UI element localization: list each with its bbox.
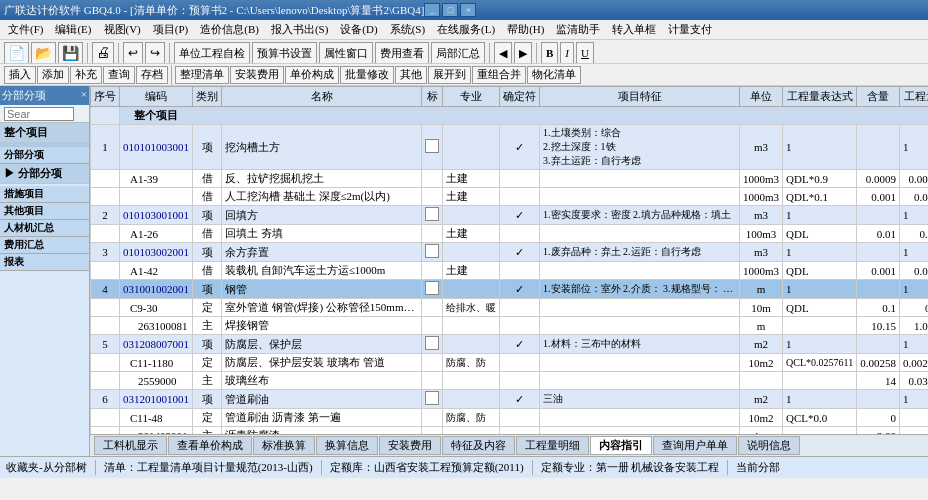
menu-monitor[interactable]: 监清助手	[550, 21, 606, 38]
bottom-tab-conversion[interactable]: 标准换算	[253, 436, 315, 455]
insert-button[interactable]: 插入	[4, 66, 36, 84]
table-row[interactable]: 263100081 主 焊接钢管 m 10.15 1.015	[91, 317, 929, 335]
sidebar-item-whole[interactable]: 整个项目	[0, 123, 89, 143]
cell-eng: 0.0009	[899, 170, 928, 188]
mark-checkbox[interactable]	[425, 244, 439, 258]
cost-view-button[interactable]: 费用查看	[375, 42, 429, 64]
budget-settings-button[interactable]: 预算书设置	[252, 42, 317, 64]
material-list-button[interactable]: 物化清单	[527, 66, 581, 84]
install-fee-button[interactable]: 安装费用	[230, 66, 284, 84]
cell-type: 项	[193, 390, 222, 409]
nav-next[interactable]: ▶	[514, 42, 532, 64]
font-italic[interactable]: I	[560, 42, 574, 64]
sidebar-close[interactable]: ×	[81, 88, 87, 103]
query-button[interactable]: 查询	[103, 66, 135, 84]
mark-checkbox[interactable]	[425, 391, 439, 405]
window-controls[interactable]: _ □ ×	[424, 3, 476, 17]
grid-body: 整个项目 1 010101003001 项 挖沟槽土方 ✓ 1.土壤类别：综合 …	[91, 107, 929, 435]
status-middle3: 定额专业：第一册 机械设备安装工程	[541, 460, 729, 475]
archive-button[interactable]: 存档	[136, 66, 168, 84]
close-button[interactable]: ×	[460, 3, 476, 17]
sidebar-item-parts[interactable]: ▶ 分部分项	[0, 164, 89, 184]
table-row[interactable]: 2559000 主 玻璃丝布 14 0.0361	[91, 372, 929, 390]
bottom-tab-installfee[interactable]: 安装费用	[379, 436, 441, 455]
table-row[interactable]: A1-42 借 装载机 自卸汽车运土方运≤1000m 土建 1000m3 QDL…	[91, 262, 929, 280]
bottom-tab-description[interactable]: 说明信息	[738, 436, 800, 455]
table-row[interactable]: 2 010103001001 项 回填方 ✓ 1.密实度要求：密度 2.填方品种…	[91, 206, 929, 225]
sidebar-section-materials: 人材机汇总	[0, 220, 89, 237]
toolbar-new[interactable]: 📄	[4, 42, 29, 64]
sep5	[536, 43, 537, 63]
menu-inout[interactable]: 报入书出(S)	[265, 21, 334, 38]
cell-qty: 0.001	[857, 188, 900, 206]
search-input[interactable]	[4, 107, 74, 121]
properties-button[interactable]: 属性窗口	[319, 42, 373, 64]
toolbar-redo[interactable]: ↪	[145, 42, 165, 64]
supplement-button[interactable]: 补充	[70, 66, 102, 84]
grid-wrapper[interactable]: 序号 编码 类别 名称 标 专业 确定符 项目特征 单位 工程量表达式 含量 工…	[90, 86, 928, 434]
cell-prof	[443, 125, 500, 170]
table-row[interactable]: 1 010101003001 项 挖沟槽土方 ✓ 1.土壤类别：综合 2.挖土深…	[91, 125, 929, 170]
partial-total-button[interactable]: 局部汇总	[431, 42, 485, 64]
toolbar-open[interactable]: 📂	[31, 42, 56, 64]
minimize-button[interactable]: _	[424, 3, 440, 17]
other-button[interactable]: 其他	[395, 66, 427, 84]
expand-button[interactable]: 展开到	[428, 66, 471, 84]
menu-project[interactable]: 项目(P)	[147, 21, 194, 38]
menu-system[interactable]: 系统(S)	[384, 21, 431, 38]
cell-formula: QCL*0.0	[783, 409, 857, 427]
table-row[interactable]: C11-1180 定 防腐层、保护层安装 玻璃布 管道 防腐、防 10m2 QC…	[91, 354, 929, 372]
toolbar-undo[interactable]: ↩	[123, 42, 143, 64]
menu-measure[interactable]: 计量支付	[662, 21, 718, 38]
table-row[interactable]: 借 人工挖沟槽 基础土 深度≤2m(以内) 土建 1000m3 QDL*0.1 …	[91, 188, 929, 206]
add-button[interactable]: 添加	[37, 66, 69, 84]
sort-list-button[interactable]: 整理清单	[175, 66, 229, 84]
table-row[interactable]: 3 010103002001 项 余方弃置 ✓ 1.废弃品种：弃土 2.运距：自…	[91, 243, 929, 262]
menu-help[interactable]: 帮助(H)	[501, 21, 550, 38]
cell-prof: 土建	[443, 188, 500, 206]
font-bold[interactable]: B	[541, 42, 558, 64]
table-row[interactable]: 4 031001002001 项 钢管 ✓ 1.安装部位：室外 2.介质： 3.…	[91, 280, 929, 299]
bottom-tab-unitprice[interactable]: 查看单价构成	[168, 436, 252, 455]
toolbar-save[interactable]: 💾	[58, 42, 83, 64]
font-underline[interactable]: U	[576, 42, 594, 64]
table-row[interactable]: C9-30 定 室外管道 钢管(焊接) 公称管径150mm以内 给排水、暖 10…	[91, 299, 929, 317]
cell-type: 主	[193, 317, 222, 335]
unit-price-button[interactable]: 单价构成	[285, 66, 339, 84]
bottom-tab-features[interactable]: 特征及内容	[442, 436, 515, 455]
mark-checkbox[interactable]	[425, 336, 439, 350]
menu-pricing[interactable]: 造价信息(B)	[194, 21, 265, 38]
table-row[interactable]: 201402001 主 沥青防腐漆 kg 2.88 0	[91, 427, 929, 435]
menu-transfer[interactable]: 转入单框	[606, 21, 662, 38]
mark-checkbox[interactable]	[425, 207, 439, 221]
menu-equipment[interactable]: 设备(D)	[334, 21, 383, 38]
menu-edit[interactable]: 编辑(E)	[49, 21, 97, 38]
table-row[interactable]: A1-26 借 回填土 夯填 土建 100m3 QDL 0.01 0.01 10…	[91, 225, 929, 243]
bottom-tab-engdetail[interactable]: 工程量明细	[516, 436, 589, 455]
table-row[interactable]: C11-48 定 管道刷油 沥青漆 第一遍 防腐、防 10m2 QCL*0.0 …	[91, 409, 929, 427]
unit-check-button[interactable]: 单位工程自检	[174, 42, 250, 64]
table-row[interactable]: 整个项目	[91, 107, 929, 125]
mark-checkbox[interactable]	[425, 139, 439, 153]
batch-modify-button[interactable]: 批量修改	[340, 66, 394, 84]
menu-file[interactable]: 文件(F)	[2, 21, 49, 38]
table-row[interactable]: 6 031201001001 项 管道刷油 ✓ 三油 m2 1 1	[91, 390, 929, 409]
cell-qty: 0.01	[857, 225, 900, 243]
cell-confirm	[500, 188, 540, 206]
bottom-tab-userlist[interactable]: 查询用户单单	[653, 436, 737, 455]
regroup-button[interactable]: 重组合并	[472, 66, 526, 84]
table-row[interactable]: A1-39 借 反、拉铲挖掘机挖土 土建 1000m3 QDL*0.9 0.00…	[91, 170, 929, 188]
mark-checkbox[interactable]	[425, 281, 439, 295]
cell-formula	[783, 372, 857, 390]
menu-view[interactable]: 视图(V)	[98, 21, 147, 38]
bottom-tab-convinfo[interactable]: 换算信息	[316, 436, 378, 455]
cell-prof	[443, 390, 500, 409]
maximize-button[interactable]: □	[442, 3, 458, 17]
bottom-tab-materials[interactable]: 工料机显示	[94, 436, 167, 455]
table-row[interactable]: 5 031208007001 项 防腐层、保护层 ✓ 1.材料：三布中的材料 m…	[91, 335, 929, 354]
nav-prev[interactable]: ◀	[494, 42, 512, 64]
toolbar-print[interactable]: 🖨	[92, 42, 114, 64]
menu-online[interactable]: 在线服务(L)	[431, 21, 501, 38]
bottom-tab-content[interactable]: 内容指引	[590, 436, 652, 455]
cell-qty	[857, 280, 900, 299]
